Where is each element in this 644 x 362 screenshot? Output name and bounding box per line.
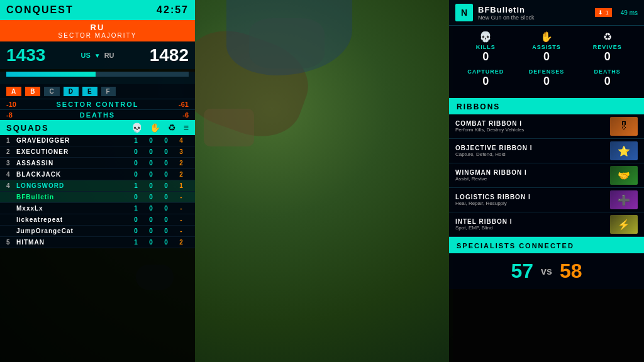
specialists-title: SPECIALISTS CONNECTED (457, 242, 574, 250)
ribbon-row: LOGISTICS RIBBON I Heal, Repair, Resuppl… (449, 188, 644, 212)
squad-revives: 0 (158, 160, 174, 167)
squad-number: 4 (6, 182, 14, 189)
kills-value: 0 (455, 50, 516, 63)
squad-row[interactable]: 3 ASSASSIN 0 0 0 2 (0, 158, 195, 169)
squad-kills: 0 (128, 171, 143, 178)
deaths-stat-label: DEATHS (577, 69, 638, 75)
revives-icon: ♻ (577, 31, 638, 43)
squad-number: 3 (6, 160, 14, 167)
game-header: CONQUEST 42:57 (0, 0, 195, 20)
ribbon-desc: Spot, EMP, Blind (455, 225, 605, 231)
score-arrow: ▼ (94, 52, 101, 59)
squad-revives: 0 (158, 228, 174, 234)
squad-kills: 0 (128, 194, 143, 200)
captured-value: 0 (455, 75, 516, 88)
kills-col-icon: 💀 (131, 123, 142, 133)
squad-revives: 0 (158, 182, 174, 189)
squad-kills: 1 (128, 205, 143, 212)
ribbon-image: ➕ (610, 190, 638, 209)
squad-row[interactable]: 4 LONGSWORD 1 0 0 1 (0, 180, 195, 192)
squads-icons: 💀 ✋ ♻ ≡ (131, 123, 189, 133)
squad-assists: 0 (143, 160, 158, 167)
team-status: SECTOR MAJORITY (3, 32, 192, 39)
ribbon-desc: Heal, Repair, Resupply (455, 200, 605, 206)
stat-assists: ✋ ASSISTS 0 (516, 31, 577, 63)
sector-right-value: -61 (170, 101, 189, 108)
ribbon-row: INTEL RIBBON I Spot, EMP, Blind ⚡ (449, 212, 644, 237)
score-bar-area (0, 72, 195, 84)
score-us: 1433 (6, 45, 45, 65)
squad-revives: 0 (158, 137, 174, 144)
squad-kills: 0 (128, 228, 143, 234)
player-name: BFBulletin (478, 5, 590, 14)
ribbon-desc: Perform Kills, Destroy Vehicles (455, 127, 605, 133)
team-name: RU (3, 23, 192, 32)
squad-kills: 0 (128, 216, 143, 223)
squad-row[interactable]: 4 BLACKJACK 0 0 0 2 (0, 169, 195, 180)
squad-row[interactable]: JumpOrangeCat 0 0 0 - (0, 226, 195, 237)
squad-number: 4 (6, 171, 14, 178)
squad-score: 2 (174, 160, 189, 167)
squad-assists: 0 (143, 228, 158, 234)
ribbon-image: 🎖 (610, 117, 638, 136)
down-icon: ⬇ (598, 9, 603, 16)
revives-col-icon: ♻ (168, 123, 176, 133)
deaths-stat-value: 0 (577, 75, 638, 88)
flag-b[interactable]: B (25, 87, 40, 96)
deaths-label: DEATHS (25, 111, 170, 119)
flag-f[interactable]: F (101, 87, 116, 96)
specialists-header: SPECIALISTS CONNECTED (449, 237, 644, 253)
squad-row[interactable]: 5 HITMAN 1 0 0 2 (0, 237, 195, 248)
ribbon-info: OBJECTIVE RIBBON I Capture, Defend, Hold (455, 145, 605, 157)
squad-number: 2 (6, 148, 14, 155)
squad-kills: 0 (128, 148, 143, 155)
flag-e[interactable]: E (82, 87, 97, 96)
squad-assists: 0 (143, 194, 158, 200)
squad-row[interactable]: 2 EXECUTIONER 0 0 0 3 (0, 146, 195, 158)
sector-control-row: -10 SECTOR CONTROL -61 (0, 99, 195, 109)
stats-grid: 💀 KILLS 0 ✋ ASSISTS 0 ♻ REVIVES 0 CAPTUR… (449, 26, 644, 98)
ribbons-header: RIBBONS (449, 98, 644, 114)
sector-flags: A B C D E F (0, 84, 195, 99)
squad-name: LONGSWORD (16, 182, 128, 189)
match-timer: 42:57 (157, 4, 189, 16)
player-icon: N (455, 4, 473, 21)
flag-a[interactable]: A (6, 87, 21, 96)
specialists-ru-count: 58 (560, 260, 582, 283)
deaths-row: -8 DEATHS -6 (0, 109, 195, 120)
squad-row[interactable]: 1 GRAVEDIGGER 1 0 0 4 (0, 135, 195, 146)
ribbon-row: OBJECTIVE RIBBON I Capture, Defend, Hold… (449, 139, 644, 163)
squad-row[interactable]: MxxxLx 1 0 0 - (0, 203, 195, 214)
ribbon-info: LOGISTICS RIBBON I Heal, Repair, Resuppl… (455, 194, 605, 206)
squad-score: - (174, 216, 189, 223)
squad-score: 3 (174, 148, 189, 155)
player-info: BFBulletin New Gun on the Block (478, 5, 590, 21)
assists-col-icon: ✋ (150, 123, 160, 133)
squads-list: 1 GRAVEDIGGER 1 0 0 4 2 EXECUTIONER 0 0 … (0, 135, 195, 248)
ribbon-name: OBJECTIVE RIBBON I (455, 145, 605, 151)
squad-score: 2 (174, 171, 189, 178)
flag-d[interactable]: D (64, 87, 79, 96)
captured-label: CAPTURED (455, 69, 516, 75)
squad-row[interactable]: BFBulletin 0 0 0 - (0, 192, 195, 203)
squad-name: HITMAN (16, 239, 128, 246)
squad-name: ASSASSIN (16, 160, 128, 167)
squad-revives: 0 (158, 216, 174, 223)
squad-assists: 0 (143, 171, 158, 178)
squads-header: SQUADS 💀 ✋ ♻ ≡ (0, 120, 195, 135)
player-header: N BFBulletin New Gun on the Block ⬇ 1 49… (449, 0, 644, 26)
ribbon-image: ⚡ (610, 215, 638, 234)
score-area: 1433 US ▼ RU 1482 (0, 41, 195, 69)
squad-score: - (174, 194, 189, 200)
revives-label: REVIVES (577, 44, 638, 50)
squad-row[interactable]: lickeatrepeat 0 0 0 - (0, 214, 195, 226)
squad-assists: 0 (143, 182, 158, 189)
squads-title: SQUADS (6, 123, 49, 133)
flag-c[interactable]: C (44, 87, 59, 96)
squad-name: BLACKJACK (16, 171, 128, 178)
squad-name: JumpOrangeCat (16, 228, 128, 234)
label-ru: RU (104, 52, 114, 59)
squad-revives: 0 (158, 194, 174, 200)
squad-assists: 0 (143, 205, 158, 212)
squad-kills: 0 (128, 160, 143, 167)
